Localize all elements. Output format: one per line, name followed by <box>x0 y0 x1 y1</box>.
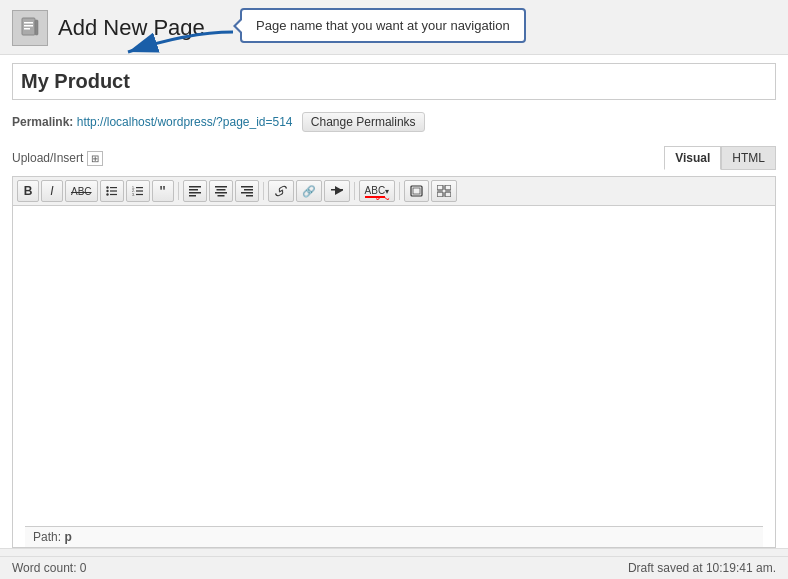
blockquote-button[interactable]: " <box>152 180 174 202</box>
svg-rect-7 <box>110 187 117 188</box>
align-left-button[interactable] <box>183 180 207 202</box>
svg-rect-25 <box>217 195 224 197</box>
page-title-input[interactable] <box>12 63 776 100</box>
unlink-button[interactable]: 🔗 <box>296 180 322 202</box>
svg-rect-17 <box>136 194 143 195</box>
editor-tabs: Visual HTML <box>664 146 776 170</box>
ol-button[interactable]: 1.2.3. <box>126 180 150 202</box>
svg-rect-24 <box>215 192 227 194</box>
svg-rect-37 <box>437 192 443 197</box>
svg-rect-21 <box>189 195 196 197</box>
bold-button[interactable]: B <box>17 180 39 202</box>
svg-rect-11 <box>110 194 117 195</box>
toolbar-separator-4 <box>399 182 400 200</box>
fullscreen-button[interactable] <box>404 180 429 202</box>
svg-rect-35 <box>437 185 443 190</box>
kitchen-sink-button[interactable] <box>431 180 457 202</box>
arrow-indicator <box>108 24 238 64</box>
svg-rect-29 <box>246 195 253 197</box>
status-bar: Word count: 0 Draft saved at 10:19:41 am… <box>0 556 788 579</box>
svg-rect-27 <box>244 189 253 191</box>
svg-rect-1 <box>24 22 33 24</box>
svg-rect-20 <box>189 192 201 194</box>
upload-insert-label: Upload/Insert ⊞ <box>12 151 103 166</box>
upload-icon[interactable]: ⊞ <box>87 151 103 166</box>
link-button[interactable] <box>268 180 294 202</box>
svg-rect-28 <box>241 192 253 194</box>
permalink-url[interactable]: http://localhost/wordpress/?page_id=514 <box>77 115 293 129</box>
permalink-label: Permalink: <box>12 115 73 129</box>
svg-rect-18 <box>189 186 201 188</box>
editor-section: B I ABC 1.2.3. " 🔗 <box>12 176 776 548</box>
svg-rect-2 <box>24 25 33 27</box>
align-right-button[interactable] <box>235 180 259 202</box>
align-center-button[interactable] <box>209 180 233 202</box>
toolbar-separator-2 <box>263 182 264 200</box>
strikethrough-button[interactable]: ABC <box>65 180 98 202</box>
toolbar-separator-3 <box>354 182 355 200</box>
toolbar-separator-1 <box>178 182 179 200</box>
svg-text:3.: 3. <box>132 193 135 197</box>
toolbar: B I ABC 1.2.3. " 🔗 <box>13 177 775 206</box>
svg-rect-34 <box>413 188 420 194</box>
svg-rect-19 <box>189 189 198 191</box>
editor-footer: Path: p <box>25 526 763 547</box>
svg-rect-9 <box>110 190 117 191</box>
svg-marker-32 <box>335 186 343 195</box>
tab-html[interactable]: HTML <box>721 146 776 170</box>
change-permalinks-button[interactable]: Change Permalinks <box>302 112 425 132</box>
permalink-bar: Permalink: http://localhost/wordpress/?p… <box>0 108 788 140</box>
word-count: Word count: 0 <box>12 561 86 575</box>
svg-rect-3 <box>24 28 30 30</box>
draft-saved: Draft saved at 10:19:41 am. <box>628 561 776 575</box>
svg-rect-13 <box>136 187 143 188</box>
tooltip-bubble: Page name that you want at your navigati… <box>240 8 526 43</box>
svg-point-6 <box>106 186 108 188</box>
svg-rect-15 <box>136 190 143 191</box>
ul-button[interactable] <box>100 180 124 202</box>
spellcheck-button[interactable]: ABC ▾ <box>359 180 396 202</box>
upload-row: Upload/Insert ⊞ Visual HTML <box>12 140 776 176</box>
svg-rect-36 <box>445 185 451 190</box>
svg-rect-26 <box>241 186 253 188</box>
svg-point-8 <box>106 190 108 192</box>
svg-rect-38 <box>445 192 451 197</box>
more-button[interactable] <box>324 180 350 202</box>
content-area: Permalink: http://localhost/wordpress/?p… <box>0 54 788 549</box>
page-icon <box>12 10 48 46</box>
svg-point-10 <box>106 193 108 195</box>
svg-rect-23 <box>216 189 225 191</box>
path-label: Path: <box>33 530 61 544</box>
editor-body[interactable] <box>13 206 775 526</box>
italic-button[interactable]: I <box>41 180 63 202</box>
path-value: p <box>64 530 71 544</box>
svg-rect-22 <box>215 186 227 188</box>
tooltip-text: Page name that you want at your navigati… <box>256 18 510 33</box>
tab-visual[interactable]: Visual <box>664 146 721 170</box>
page-header: Add New Page Page name that you want at … <box>0 0 788 54</box>
svg-rect-4 <box>35 20 38 35</box>
